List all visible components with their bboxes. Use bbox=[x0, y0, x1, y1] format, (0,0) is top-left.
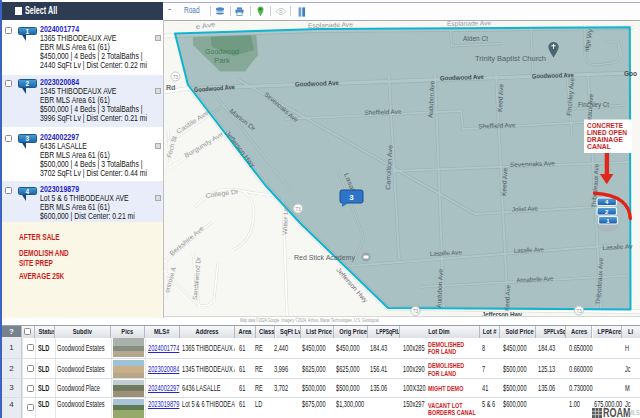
svg-text:Keed Ave: Keed Ave bbox=[500, 167, 508, 196]
svg-text:Trinity Baptist Church: Trinity Baptist Church bbox=[475, 55, 546, 63]
svg-text:DRAINAGE: DRAINAGE bbox=[587, 136, 623, 143]
svg-text:73: 73 bbox=[173, 74, 179, 80]
svg-text:Joliet Ave: Joliet Ave bbox=[512, 205, 539, 213]
svg-text:Goodwood: Goodwood bbox=[205, 48, 239, 55]
svg-text:Sheffield Ave: Sheffield Ave bbox=[478, 121, 516, 129]
svg-text:t Rd: t Rd bbox=[164, 84, 176, 91]
svg-text:Keed Ave: Keed Ave bbox=[503, 284, 511, 311]
svg-text:Red Stick Academy: Red Stick Academy bbox=[294, 254, 356, 262]
svg-text:73: 73 bbox=[413, 308, 419, 314]
svg-text:CANAL: CANAL bbox=[587, 143, 612, 150]
svg-text:Keed Ave: Keed Ave bbox=[496, 83, 504, 112]
svg-text:Alden Ct: Alden Ct bbox=[463, 35, 488, 42]
svg-text:73: 73 bbox=[576, 308, 582, 314]
svg-text:Sheffield Ave: Sheffield Ave bbox=[364, 108, 402, 116]
svg-text:LINED OPEN: LINED OPEN bbox=[587, 129, 627, 136]
svg-text:73: 73 bbox=[295, 206, 301, 212]
svg-text:Goo: Goo bbox=[624, 70, 637, 77]
svg-text:CONCRETE: CONCRETE bbox=[587, 122, 623, 129]
svg-text:Finchley Ct: Finchley Ct bbox=[578, 101, 609, 109]
svg-text:Witter Ln: Witter Ln bbox=[281, 206, 289, 235]
svg-text:Park: Park bbox=[214, 57, 231, 64]
svg-text:3: 3 bbox=[349, 193, 354, 202]
